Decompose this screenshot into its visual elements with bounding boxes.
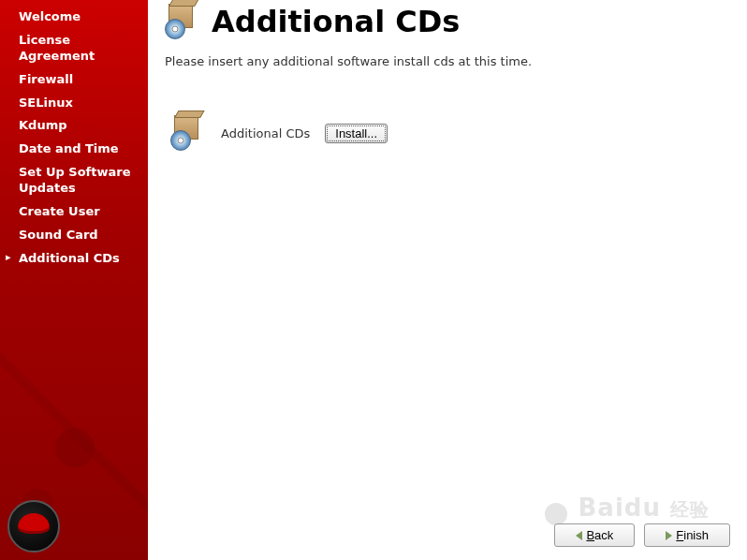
install-cd-icon	[170, 115, 206, 151]
sidebar-item-license[interactable]: License Agreement	[0, 29, 148, 68]
back-button-rest: ack	[594, 528, 613, 542]
sidebar: Welcome License Agreement Firewall SELin…	[0, 0, 148, 560]
sidebar-item-datetime[interactable]: Date and Time	[0, 138, 148, 161]
sidebar-item-selinux[interactable]: SELinux	[0, 92, 148, 115]
install-button[interactable]: Install...	[325, 124, 388, 143]
arrow-left-icon	[576, 531, 582, 540]
sidebar-item-kdump[interactable]: Kdump	[0, 114, 148, 138]
redhat-logo	[7, 500, 60, 553]
sidebar-item-updates[interactable]: Set Up Software Updates	[0, 161, 148, 200]
sidebar-item-welcome[interactable]: Welcome	[0, 6, 148, 29]
sidebar-item-createuser[interactable]: Create User	[0, 200, 148, 224]
finish-button[interactable]: Finish	[644, 523, 730, 547]
sidebar-item-additionalcds[interactable]: Additional CDs	[0, 247, 148, 271]
back-button[interactable]: Back	[554, 523, 635, 547]
watermark: Baidu 经验	[537, 490, 710, 527]
page-title: Additional CDs	[212, 4, 460, 39]
footer-buttons: Back Finish	[554, 523, 730, 547]
arrow-right-icon	[666, 531, 672, 540]
sidebar-item-soundcard[interactable]: Sound Card	[0, 224, 148, 247]
install-label: Additional CDs	[221, 126, 310, 140]
sidebar-item-firewall[interactable]: Firewall	[0, 68, 148, 92]
install-row: Additional CDs Install...	[165, 115, 728, 151]
additional-cds-icon	[165, 4, 200, 39]
paw-icon	[537, 490, 575, 527]
main-content: Additional CDs Please insert any additio…	[148, 0, 747, 560]
page-description: Please insert any additional software in…	[165, 54, 728, 68]
finish-button-rest: inish	[683, 528, 709, 542]
